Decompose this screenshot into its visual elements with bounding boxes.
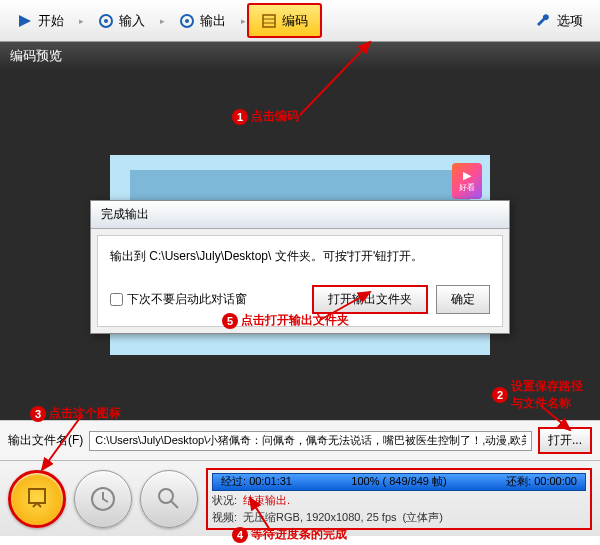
encode-tab[interactable]: 编码 [247, 3, 322, 38]
input-label: 输入 [119, 12, 145, 30]
elapsed-label: 经过: [221, 475, 246, 487]
preview-title: 编码预览 [0, 42, 600, 70]
status-label: 状况: [212, 493, 237, 508]
magnify-icon [155, 485, 183, 513]
output-tab[interactable]: 输出 [166, 3, 239, 38]
wrench-icon [536, 13, 552, 29]
preview-button[interactable] [140, 470, 198, 528]
open-output-folder-button[interactable]: 打开输出文件夹 [312, 285, 428, 314]
options-tab[interactable]: 选项 [523, 3, 596, 38]
status-value: 结束输出. [243, 493, 290, 508]
ok-button[interactable]: 确定 [436, 285, 490, 314]
remain-label: 还剩: [506, 475, 531, 487]
haokan-logo: 好看 [452, 163, 482, 199]
video-info: 无压缩RGB, 1920x1080, 25 fps [243, 510, 396, 525]
annotation-1: 1点击编码 [232, 108, 299, 125]
encode-label: 编码 [282, 12, 308, 30]
svg-point-2 [104, 19, 108, 23]
start-label: 开始 [38, 12, 64, 30]
separator: ▸ [158, 3, 166, 38]
logo-text: 好看 [459, 182, 475, 193]
elapsed-value: 00:01:31 [249, 475, 292, 487]
options-label: 选项 [557, 12, 583, 30]
svg-marker-0 [19, 15, 31, 27]
annotation-4: 4等待进度条的完成 [232, 526, 347, 543]
frames-value: ( 849/849 帧) [383, 475, 447, 487]
annotation-5: 5点击打开输出文件夹 [222, 312, 349, 329]
output-path-input[interactable] [89, 431, 532, 451]
progress-bar: 经过: 00:01:31 100% ( 849/849 帧) 还剩: 00:00… [212, 473, 586, 491]
percent-value: 100% [351, 475, 379, 487]
checkbox-label: 下次不要启动此对话窗 [127, 291, 247, 308]
dont-show-checkbox[interactable]: 下次不要启动此对话窗 [110, 291, 247, 308]
svg-point-10 [159, 489, 173, 503]
encode-start-button[interactable] [8, 470, 66, 528]
status-panel: 经过: 00:01:31 100% ( 849/849 帧) 还剩: 00:00… [206, 468, 592, 530]
reel-icon [98, 13, 114, 29]
encode-icon [23, 485, 51, 513]
annotation-2: 2设置保存路径 与文件名称 [492, 378, 583, 412]
remain-value: 00:00:00 [534, 475, 577, 487]
separator: ▸ [239, 3, 247, 38]
checkbox-input[interactable] [110, 293, 123, 306]
annotation-3: 3点击这个图标 [30, 405, 121, 422]
clock-icon [89, 485, 117, 513]
dialog-message: 输出到 C:\Users\July\Desktop\ 文件夹。可按'打开'钮打开… [110, 248, 490, 265]
separator: ▸ [77, 3, 85, 38]
dialog-title: 完成输出 [91, 201, 509, 229]
play-icon [17, 13, 33, 29]
video-label: 视频: [212, 510, 237, 525]
schedule-button[interactable] [74, 470, 132, 528]
audio-info: (立体声) [403, 510, 443, 525]
svg-rect-8 [29, 489, 45, 503]
reel-icon [179, 13, 195, 29]
svg-rect-5 [263, 15, 275, 27]
svg-line-11 [171, 501, 178, 508]
output-filename-label: 输出文件名(F) [8, 432, 83, 449]
input-tab[interactable]: 输入 [85, 3, 158, 38]
film-icon [261, 13, 277, 29]
svg-point-4 [185, 19, 189, 23]
output-label: 输出 [200, 12, 226, 30]
open-path-button[interactable]: 打开... [538, 427, 592, 454]
start-tab[interactable]: 开始 [4, 3, 77, 38]
